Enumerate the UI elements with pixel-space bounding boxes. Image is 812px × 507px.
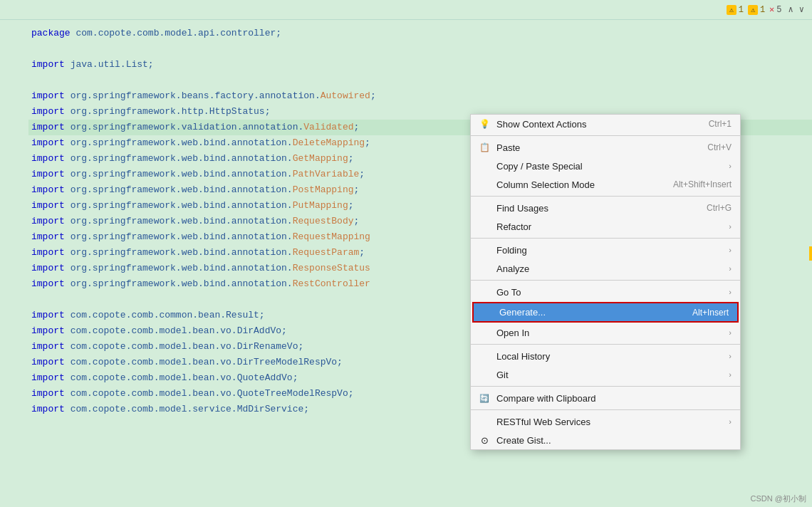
nav-up-arrow[interactable]: ∧ <box>786 4 796 16</box>
separator-6 <box>471 386 740 387</box>
menu-item-local-history[interactable]: Local History › <box>471 347 740 365</box>
separator-7 <box>471 409 740 410</box>
menu-item-open-in[interactable]: Open In › <box>471 323 740 342</box>
separator-4 <box>471 280 740 281</box>
menu-shortcut-column-selection: Alt+Shift+Insert <box>673 179 732 189</box>
menu-label-compare-clipboard: Compare with Clipboard <box>496 393 732 404</box>
menu-label-show-context-actions: Show Context Actions <box>496 119 709 130</box>
compare-icon: 🔄 <box>478 392 491 404</box>
error-count: 1 <box>760 5 765 15</box>
scroll-indicator <box>809 246 812 261</box>
menu-item-refactor[interactable]: Refactor › <box>471 217 740 236</box>
menu-label-local-history: Local History <box>496 351 723 362</box>
menu-label-copy-paste-special: Copy / Paste Special <box>496 161 723 172</box>
menu-label-find-usages: Find Usages <box>496 203 707 214</box>
menu-label-create-gist: Create Gist... <box>496 435 732 446</box>
arrow-icon: › <box>729 162 732 170</box>
code-line <box>28 41 812 57</box>
menu-item-git[interactable]: Git › <box>471 365 740 384</box>
nav-arrows[interactable]: ∧ ∨ <box>786 4 806 16</box>
menu-item-folding[interactable]: Folding › <box>471 241 740 259</box>
arrow-icon-restful: › <box>729 417 732 426</box>
code-line: import java.util.List; <box>28 57 812 73</box>
gist-icon: ⊙ <box>478 434 491 446</box>
menu-item-paste[interactable]: 📋 Paste Ctrl+V <box>471 138 740 157</box>
menu-item-go-to[interactable]: Go To › <box>471 283 740 301</box>
menu-item-compare-clipboard[interactable]: 🔄 Compare with Clipboard <box>471 389 740 407</box>
arrow-icon-go-to: › <box>729 288 732 296</box>
warning-icon: ⚠ <box>727 5 736 15</box>
menu-label-paste: Paste <box>496 142 707 153</box>
menu-item-show-context-actions[interactable]: 💡 Show Context Actions Ctrl+1 <box>471 115 740 133</box>
menu-item-find-usages[interactable]: Find Usages Ctrl+G <box>471 199 740 217</box>
menu-item-copy-paste-special[interactable]: Copy / Paste Special › <box>471 157 740 175</box>
code-line: import org.springframework.beans.factory… <box>28 88 812 104</box>
menu-label-column-selection: Column Selection Mode <box>496 179 673 190</box>
watermark-text: CSDN @初小制 <box>751 494 806 503</box>
separator-5 <box>471 344 740 345</box>
menu-shortcut-find-usages: Ctrl+G <box>707 203 732 213</box>
arrow-icon-git: › <box>729 370 732 379</box>
menu-label-restful: RESTful Web Services <box>496 417 723 427</box>
menu-item-analyze[interactable]: Analyze › <box>471 259 740 278</box>
arrow-icon-local-history: › <box>729 352 732 360</box>
menu-item-column-selection[interactable]: Column Selection Mode Alt+Shift+Insert <box>471 175 740 194</box>
menu-label-analyze: Analyze <box>496 263 723 274</box>
menu-item-generate[interactable]: Generate... Alt+Insert <box>472 302 739 323</box>
error-badge-yellow: ⚠ 1 <box>748 5 765 15</box>
menu-label-generate: Generate... <box>499 307 692 318</box>
arrow-icon-folding: › <box>729 246 732 254</box>
separator-3 <box>471 238 740 239</box>
code-line: package com.copote.comb.model.api.contro… <box>28 26 812 41</box>
menu-label-folding: Folding <box>496 245 723 256</box>
x-icon: ✕ <box>769 4 774 15</box>
watermark: CSDN @初小制 <box>751 493 806 504</box>
nav-down-arrow[interactable]: ∨ <box>797 4 806 16</box>
menu-shortcut-show-context-actions: Ctrl+1 <box>709 119 732 129</box>
arrow-icon-open-in: › <box>729 328 732 337</box>
context-menu: 💡 Show Context Actions Ctrl+1 📋 Paste Ct… <box>470 114 741 450</box>
menu-label-open-in: Open In <box>496 328 723 338</box>
menu-shortcut-generate: Alt+Insert <box>692 308 729 318</box>
x-badge: ✕ 5 <box>769 4 781 15</box>
menu-label-go-to: Go To <box>496 287 723 298</box>
warning-icon-2: ⚠ <box>748 5 758 15</box>
separator-1 <box>471 135 740 136</box>
arrow-icon-analyze: › <box>729 264 732 273</box>
menu-label-git: Git <box>496 370 723 380</box>
menu-label-refactor: Refactor <box>496 221 723 232</box>
bulb-icon: 💡 <box>478 117 491 130</box>
menu-item-restful[interactable]: RESTful Web Services › <box>471 412 740 431</box>
warning-count: 1 <box>739 5 744 15</box>
editor-area: ⚠ 1 ⚠ 1 ✕ 5 ∧ ∨ package com.copote.comb.… <box>0 0 812 507</box>
warning-badge: ⚠ 1 <box>727 5 744 15</box>
paste-icon: 📋 <box>478 141 491 154</box>
arrow-icon-refactor: › <box>729 222 732 231</box>
separator-2 <box>471 196 740 197</box>
top-bar: ⚠ 1 ⚠ 1 ✕ 5 ∧ ∨ <box>0 0 812 20</box>
menu-shortcut-paste: Ctrl+V <box>707 142 732 152</box>
x-count: 5 <box>776 5 781 15</box>
code-line <box>28 73 812 88</box>
menu-item-create-gist[interactable]: ⊙ Create Gist... <box>471 431 740 449</box>
